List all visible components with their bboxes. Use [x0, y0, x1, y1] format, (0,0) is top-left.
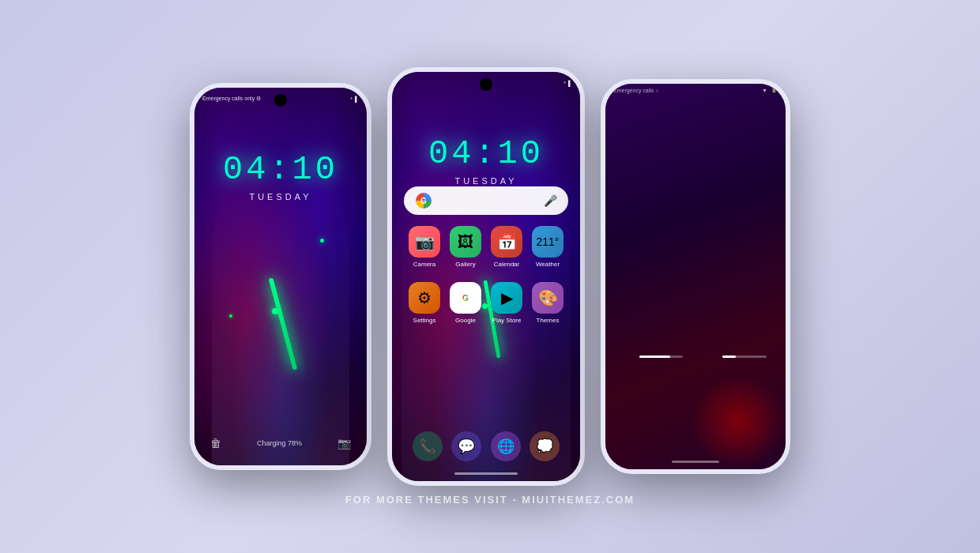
phone1-figure-overlay — [194, 88, 367, 465]
playstore-label: Play Store — [492, 317, 522, 324]
phone1-time: 04:10 — [194, 151, 367, 189]
phone3-home-indicator — [672, 461, 719, 463]
phone1-clock: 04:10 TUESDAY — [194, 151, 367, 201]
phone2-home-indicator — [454, 472, 518, 475]
phone2-search-bar[interactable]: G 🎤 — [404, 186, 568, 215]
phone1-status-right: * ▌ — [350, 96, 359, 102]
phone2-app-grid: 📷 Camera 🖼 Gallery 📅 Calendar 211° Weath… — [392, 226, 580, 338]
app-row-1: 📷 Camera 🖼 Gallery 📅 Calendar 211° Weath… — [404, 226, 568, 268]
dock-chat[interactable]: 💭 — [530, 431, 560, 461]
phone1-battery-icon: ▌ — [355, 96, 359, 102]
themes-label: Themes — [537, 317, 560, 324]
weather-icon: 211° — [532, 226, 564, 258]
phone1-day: TUESDAY — [194, 192, 367, 201]
glow-dot-3 — [229, 314, 232, 318]
phone1-status-left: Emergency calls only ⚙ — [202, 96, 261, 102]
settings-icon: ⚙ — [409, 282, 440, 314]
phone1-charging-text: Charging 78% — [257, 439, 302, 447]
glow-dot-1 — [272, 308, 278, 314]
themes-icon: 🎨 — [532, 282, 564, 314]
phone2-bt-icon: * — [564, 81, 566, 86]
phone-2-homescreen: * ▌ 04:10 TUESDAY G 🎤 📷 Camera 🖼 — [387, 67, 585, 486]
glow-dot-2 — [320, 239, 324, 243]
google-label: Google — [455, 317, 476, 324]
phone3-wifi-icon: ▼ — [762, 88, 767, 93]
app-settings[interactable]: ⚙ Settings — [405, 282, 444, 324]
phone1-trash-icon: 🗑 — [210, 437, 221, 450]
phones-container: FOR MORE THEMES VISIT - MIUITHEMEZ.COM E… — [0, 0, 980, 553]
phone1-bluetooth-icon: * — [350, 96, 352, 102]
camera-icon: 📷 — [409, 226, 440, 258]
phone2-camera-notch — [480, 78, 492, 91]
phone1-camera-icon: 📷 — [337, 437, 351, 450]
phone3-battery-icon: 🔋 — [771, 87, 778, 93]
phone2-dock: 📞 💬 🌐 💭 — [392, 431, 580, 461]
watermark: FOR MORE THEMES VISIT - MIUITHEMEZ.COM — [345, 494, 635, 506]
phone3-status-right: ▼ 🔋 — [762, 87, 778, 93]
phone2-status-right: * ▌ — [564, 81, 572, 86]
dock-phone[interactable]: 📞 — [413, 431, 443, 461]
google-logo: G — [416, 193, 432, 209]
weather-label: Weather — [536, 261, 560, 268]
phone-1-lockscreen: Emergency calls only ⚙ * ▌ 04:10 TUESDAY… — [190, 83, 371, 470]
camera-label: Camera — [413, 261, 435, 268]
google-app-icon: G — [450, 282, 481, 314]
playstore-icon: ▶ — [491, 282, 522, 314]
phone2-clock: 04:10 TUESDAY — [392, 135, 580, 186]
warmth-fill — [722, 356, 736, 358]
phone2-battery: ▌ — [568, 81, 572, 86]
dock-messages[interactable]: 💬 — [451, 431, 481, 461]
gallery-icon: 🖼 — [450, 226, 481, 258]
phone2-time: 04:10 — [392, 135, 580, 173]
app-themes[interactable]: 🎨 Themes — [528, 282, 567, 324]
app-gallery[interactable]: 🖼 Gallery — [446, 226, 485, 268]
settings-label: Settings — [413, 317, 436, 324]
app-calendar[interactable]: 📅 Calendar — [487, 226, 526, 268]
phone1-camera-notch — [274, 94, 287, 107]
phone2-day: TUESDAY — [392, 176, 580, 186]
phone3-status-left: Emergency calls ○ — [613, 88, 659, 93]
calendar-label: Calendar — [494, 261, 519, 268]
app-google[interactable]: G Google — [446, 282, 485, 324]
phone1-lock-bottom: 🗑 Charging 78% 📷 — [194, 437, 367, 450]
phone-3-control-centre: Emergency calls ○ ▼ 🔋 Control centre ● ✎… — [601, 79, 790, 474]
app-row-2: ⚙ Settings G Google ▶ Play Store 🎨 Theme… — [404, 282, 568, 324]
phone3-status-bar: Emergency calls ○ ▼ 🔋 — [613, 87, 778, 93]
dock-browser[interactable]: 🌐 — [491, 431, 521, 461]
brightness-track — [639, 356, 683, 358]
warmth-track — [722, 356, 767, 358]
app-camera[interactable]: 📷 Camera — [405, 226, 444, 268]
app-weather[interactable]: 211° Weather — [528, 226, 567, 268]
brightness-fill — [639, 356, 670, 358]
red-glow — [691, 374, 786, 469]
microphone-icon: 🎤 — [544, 194, 556, 207]
calendar-icon: 📅 — [491, 226, 522, 258]
app-playstore[interactable]: ▶ Play Store — [487, 282, 526, 324]
gallery-label: Gallery — [455, 261, 475, 268]
